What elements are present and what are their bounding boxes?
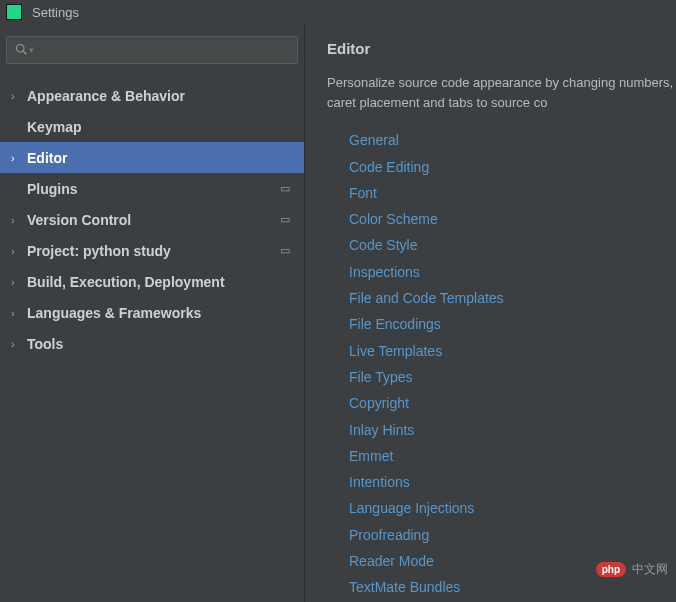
subpage-link-live-templates[interactable]: Live Templates [349,338,676,364]
sidebar-item-label: Keymap [27,119,81,135]
sidebar-item-languages-frameworks[interactable]: ›Languages & Frameworks [0,297,304,328]
sidebar-item-label: Plugins [27,181,78,197]
sidebar-item-project-python-study[interactable]: ›Project: python study▭ [0,235,304,266]
chevron-right-icon: › [11,245,27,257]
chevron-right-icon: › [11,276,27,288]
subpage-link-file-types[interactable]: File Types [349,364,676,390]
sidebar-item-build-execution-deployment[interactable]: ›Build, Execution, Deployment [0,266,304,297]
sidebar-item-appearance-behavior[interactable]: ›Appearance & Behavior [0,80,304,111]
project-scope-icon: ▭ [280,244,290,257]
sidebar-item-label: Version Control [27,212,131,228]
subpage-link-inlay-hints[interactable]: Inlay Hints [349,417,676,443]
main-panel: Editor Personalize source code appearanc… [305,24,676,602]
subpage-link-code-style[interactable]: Code Style [349,232,676,258]
sidebar-item-label: Editor [27,150,67,166]
sidebar-item-editor[interactable]: ›Editor [0,142,304,173]
sidebar-item-version-control[interactable]: ›Version Control▭ [0,204,304,235]
settings-tree: ›Appearance & Behavior›Keymap›Editor›Plu… [0,74,304,359]
sidebar-item-label: Appearance & Behavior [27,88,185,104]
subpage-link-inspections[interactable]: Inspections [349,259,676,285]
subpage-link-textmate-bundles[interactable]: TextMate Bundles [349,574,676,600]
window-title: Settings [32,5,79,20]
svg-line-1 [23,51,26,54]
sidebar-item-keymap[interactable]: ›Keymap [0,111,304,142]
chevron-right-icon: › [11,214,27,226]
sidebar-item-label: Tools [27,336,63,352]
chevron-right-icon: › [11,90,27,102]
sidebar-item-label: Languages & Frameworks [27,305,201,321]
subpage-link-file-and-code-templates[interactable]: File and Code Templates [349,285,676,311]
subpage-link-proofreading[interactable]: Proofreading [349,522,676,548]
search-wrap: ▾ [0,36,304,74]
search-icon [15,43,27,58]
subpage-link-copyright[interactable]: Copyright [349,390,676,416]
sidebar-item-tools[interactable]: ›Tools [0,328,304,359]
subpage-link-file-encodings[interactable]: File Encodings [349,311,676,337]
search-box[interactable]: ▾ [6,36,298,64]
chevron-right-icon: › [11,152,27,164]
search-input[interactable] [38,43,289,58]
search-dropdown-icon[interactable]: ▾ [29,45,34,55]
page-title: Editor [327,40,676,57]
subpage-link-language-injections[interactable]: Language Injections [349,495,676,521]
project-scope-icon: ▭ [280,213,290,226]
sidebar-item-plugins[interactable]: ›Plugins▭ [0,173,304,204]
app-icon [6,4,22,20]
subpage-links: GeneralCode EditingFontColor SchemeCode … [327,127,676,600]
subpage-link-intentions[interactable]: Intentions [349,469,676,495]
watermark-badge: php [596,562,626,577]
watermark-text: 中文网 [632,561,668,578]
chevron-right-icon: › [11,307,27,319]
subpage-link-code-editing[interactable]: Code Editing [349,154,676,180]
subpage-link-emmet[interactable]: Emmet [349,443,676,469]
page-description: Personalize source code appearance by ch… [327,73,676,113]
watermark: php 中文网 [596,561,668,578]
settings-sidebar: ▾ ›Appearance & Behavior›Keymap›Editor›P… [0,24,305,602]
chevron-right-icon: › [11,338,27,350]
sidebar-item-label: Build, Execution, Deployment [27,274,225,290]
titlebar: Settings [0,0,676,24]
subpage-link-general[interactable]: General [349,127,676,153]
subpage-link-font[interactable]: Font [349,180,676,206]
content-area: ▾ ›Appearance & Behavior›Keymap›Editor›P… [0,24,676,602]
subpage-link-color-scheme[interactable]: Color Scheme [349,206,676,232]
project-scope-icon: ▭ [280,182,290,195]
sidebar-item-label: Project: python study [27,243,171,259]
svg-point-0 [17,44,25,52]
